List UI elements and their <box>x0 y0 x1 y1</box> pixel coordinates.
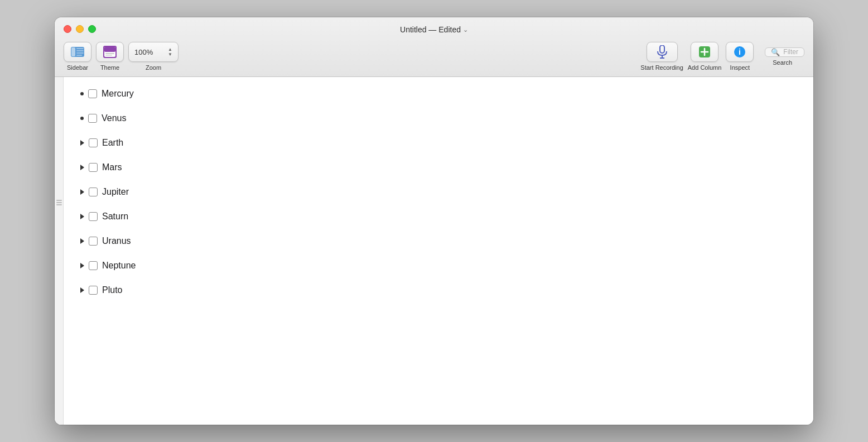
maximize-button[interactable] <box>88 25 96 33</box>
main-window: Untitled — Edited ⌄ Sidebar <box>55 17 813 425</box>
svg-rect-3 <box>76 50 84 51</box>
add-column-button[interactable] <box>691 42 718 62</box>
zoom-value: 100% <box>134 48 153 56</box>
sidebar-icon <box>71 47 84 57</box>
bullet-indicator <box>80 117 84 120</box>
list-item[interactable]: Uranus <box>64 229 813 253</box>
zoom-toolbar-item[interactable]: 100% ▲ ▼ Zoom <box>128 42 179 71</box>
svg-rect-2 <box>76 48 84 49</box>
svg-text:i: i <box>739 47 741 56</box>
theme-icon <box>103 46 117 58</box>
inspect-button[interactable]: i <box>726 42 754 62</box>
triangle-indicator <box>80 263 84 268</box>
item-label: Earth <box>102 138 123 148</box>
svg-rect-1 <box>71 47 75 56</box>
titlebar: Untitled — Edited ⌄ Sidebar <box>55 17 813 77</box>
add-column-label: Add Column <box>688 64 722 71</box>
inspect-label: Inspect <box>730 64 750 71</box>
close-button[interactable] <box>64 25 71 33</box>
title-text: Untitled — Edited <box>400 25 461 34</box>
zoom-label: Zoom <box>146 64 161 71</box>
bullet-indicator <box>80 92 84 95</box>
zoom-up-arrow: ▲ <box>168 47 172 52</box>
traffic-lights <box>64 25 96 33</box>
sidebar-button[interactable] <box>64 42 91 62</box>
svg-rect-11 <box>660 45 664 53</box>
neptune-checkbox[interactable] <box>89 261 98 270</box>
jupiter-checkbox[interactable] <box>89 188 98 196</box>
add-column-toolbar-item[interactable]: Add Column <box>688 42 722 71</box>
minimize-button[interactable] <box>76 25 84 33</box>
inspect-toolbar-item[interactable]: i Inspect <box>726 42 754 71</box>
svg-rect-4 <box>76 52 84 54</box>
inspect-icon: i <box>734 46 746 58</box>
earth-checkbox[interactable] <box>89 138 98 147</box>
item-label: Mercury <box>102 89 134 99</box>
note-lines-icon <box>56 200 62 205</box>
start-recording-label: Start Recording <box>640 64 683 71</box>
theme-label: Theme <box>100 64 119 71</box>
triangle-indicator <box>80 238 84 244</box>
window-title: Untitled — Edited ⌄ <box>400 25 468 34</box>
start-recording-toolbar-item[interactable]: Start Recording <box>640 42 683 71</box>
microphone-icon <box>656 45 668 59</box>
triangle-indicator <box>80 189 84 195</box>
triangle-indicator <box>80 140 84 146</box>
saturn-checkbox[interactable] <box>89 212 98 221</box>
item-label: Neptune <box>102 261 136 271</box>
item-label: Pluto <box>102 285 122 295</box>
sidebar-toolbar-item[interactable]: Sidebar <box>64 42 91 71</box>
item-label: Uranus <box>102 236 131 246</box>
list-item[interactable]: Mercury <box>64 81 813 106</box>
theme-toolbar-item[interactable]: Theme <box>96 42 124 71</box>
item-label: Mars <box>102 162 122 172</box>
item-label: Venus <box>102 113 126 123</box>
svg-rect-9 <box>105 53 114 54</box>
item-label: Jupiter <box>102 187 129 197</box>
item-label: Saturn <box>102 212 128 222</box>
content-area: Mercury Venus Earth Mars <box>55 77 813 425</box>
theme-button[interactable] <box>96 42 124 62</box>
list-item[interactable]: Mars <box>64 155 813 180</box>
venus-checkbox[interactable] <box>88 114 97 123</box>
list-item[interactable]: Neptune <box>64 253 813 278</box>
sidebar-label: Sidebar <box>67 64 88 71</box>
zoom-button[interactable]: 100% ▲ ▼ <box>128 42 179 62</box>
triangle-indicator <box>80 214 84 219</box>
svg-rect-8 <box>104 47 115 52</box>
mercury-checkbox[interactable] <box>88 89 97 98</box>
start-recording-button[interactable] <box>647 42 678 62</box>
list-item[interactable]: Jupiter <box>64 180 813 204</box>
list-item[interactable]: Earth <box>64 131 813 155</box>
filter-placeholder: Filter <box>783 48 798 56</box>
title-chevron[interactable]: ⌄ <box>463 26 468 33</box>
list-item[interactable]: Venus <box>64 106 813 131</box>
list-item[interactable]: Saturn <box>64 204 813 229</box>
titlebar-top: Untitled — Edited ⌄ <box>55 17 813 37</box>
zoom-arrows: ▲ ▼ <box>168 47 172 57</box>
zoom-down-arrow: ▼ <box>168 52 172 57</box>
mars-checkbox[interactable] <box>89 163 98 172</box>
search-icon: 🔍 <box>771 48 780 56</box>
toolbar: Sidebar Theme 100% <box>55 37 813 76</box>
list-item[interactable]: Pluto <box>64 278 813 302</box>
planet-list: Mercury Venus Earth Mars <box>64 77 813 425</box>
triangle-indicator <box>80 287 84 293</box>
pluto-checkbox[interactable] <box>89 286 98 295</box>
add-column-icon <box>698 46 711 58</box>
sidebar-strip <box>55 77 64 425</box>
svg-rect-10 <box>105 55 112 56</box>
svg-rect-5 <box>76 55 82 56</box>
search-bar[interactable]: 🔍 Filter <box>765 47 804 57</box>
uranus-checkbox[interactable] <box>89 237 98 246</box>
triangle-indicator <box>80 165 84 170</box>
search-label: Search <box>773 59 792 66</box>
